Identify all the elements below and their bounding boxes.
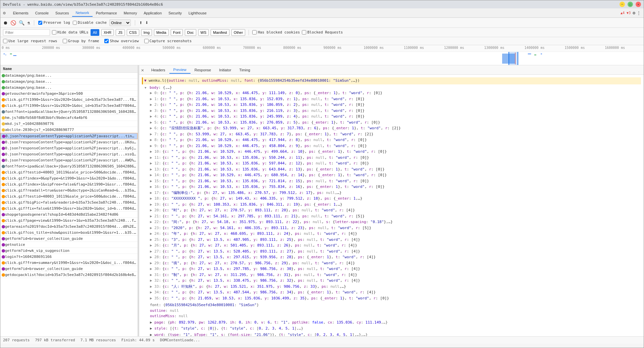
list-item[interactable]: shopgetgoodsgeneral?shopId=6483d4d8d15ab… [0,212,138,218]
filter-manifest[interactable]: Manifest [211,29,229,36]
filter-doc[interactable]: Doc [185,29,196,36]
filter-icon[interactable]: ⚗ [27,20,30,25]
list-item[interactable]: 0.json?responseContentType=application%2… [0,157,138,163]
list-item[interactable]: getareainfo2019?docId=b35a73c5ee3a87c240… [0,224,138,230]
gif-icon [2,171,5,174]
tab-preview[interactable]: Preview [169,66,191,74]
tab-response[interactable]: Response [191,67,215,73]
filter-xhr[interactable]: XHR [101,29,114,36]
capture-screenshots-checkbox[interactable] [144,39,149,43]
search-icon[interactable]: 🔍 [19,20,24,25]
show-overview-label[interactable]: Show overview [104,39,139,43]
filter-all[interactable]: All [91,29,99,36]
overflow-icon[interactable]: ⋮ [637,10,641,15]
entry-row: ▶ 5: {c: " ", p: {h: 21.06, w: 10.53, x:… [150,120,641,126]
list-item[interactable]: click.gif?t1990=1&ssr=1&v2020=1&doc_id=b… [0,103,138,109]
list-item[interactable]: dataimage/png;base... [0,79,138,85]
filter-other[interactable]: Other [231,29,246,36]
blocked-requests-checkbox[interactable] [302,30,306,34]
list-item[interactable]: click.gif?testid=40003_10119&sale_price=… [0,194,138,200]
list-item[interactable]: mkd.js?_=1604288690776 [0,121,138,127]
list-item[interactable]: click.gif?bigPic=false&readerid=b35a73c5… [0,200,138,206]
clear-icon[interactable]: 🚫 [10,20,16,25]
import-icon[interactable]: ⬆ [139,19,143,26]
list-item[interactable]: click.gif?index=1&vipFree=false&flag=2&t… [0,182,138,188]
list-item[interactable]: click.gif?index=0&opType=&t1990=1&ssr=1&… [0,176,138,182]
list-item[interactable]: getform?id=browser_collection_guide [0,236,138,242]
group-by-frame-checkbox[interactable] [63,39,67,43]
settings-icon-right[interactable]: ⚙ [633,10,635,15]
list-item[interactable]: getdocpacklist?docid=b35a73c5ee3a87c2402… [0,272,138,278]
reqlist-body[interactable]: dataimage/png;base... dataimage/png;base… [0,73,138,336]
filter-font[interactable]: Font [171,29,183,36]
tab-network[interactable]: Network [72,9,92,17]
list-item[interactable]: dataimage/png;base... [0,85,138,91]
preview-body: body: {,…} ▶ 0: {c: " ", p: {h: 21.06, w… [145,85,641,337]
throttle-select[interactable]: Online Offline Slow 3G Fast 3G [109,19,131,26]
group-by-frame-label[interactable]: Group by frame [63,39,99,43]
use-large-rows-checkbox[interactable] [3,39,7,43]
list-item[interactable]: 0.json?responseContentType=application%2… [0,151,138,157]
filter-css[interactable]: CSS [127,29,139,36]
blocked-cookies-checkbox[interactable] [252,30,257,34]
preserve-log-label[interactable]: Preserve log [38,20,70,25]
list-item[interactable]: click.gif?readall=true&user=0&doctype=2&… [0,188,138,194]
list-item[interactable]: hm.js?d8bfb560f8d03bbfc9bdecafc4a4bf6 [0,115,138,121]
preserve-log-checkbox[interactable] [38,21,42,25]
tab-console[interactable]: Console [32,10,52,16]
list-item[interactable]: abclite-2030<js?_=1604288690777 [0,127,138,133]
list-item[interactable]: click.gif?fix=false&t1990=1&ssr=1&v2020=… [0,206,138,212]
disable-cache-checkbox[interactable] [73,21,77,25]
tab-lighthouse[interactable]: Lighthouse [185,10,210,16]
blocked-requests-label[interactable]: Blocked Requests [302,30,343,34]
maximize-button[interactable]: □ [628,2,633,7]
list-item[interactable]: font?font=ipad&callback=jQuery3510587132… [0,109,138,115]
tab-application[interactable]: Application [140,10,165,16]
list-item[interactable]: click.gif?from=summary&t1990=1&ssr=1&v20… [0,260,138,266]
close-details-button[interactable]: ✕ [139,67,146,73]
request-name: getform?id=wk_vip_suggesction [5,249,136,253]
list-item[interactable]: click.gif?testid=40003_10119&sale_price=… [0,169,138,176]
export-icon[interactable]: ⬇ [145,19,149,26]
list-item[interactable]: click.gif?t1990=1&ssr=1&v2020=1&doc_id=b… [0,97,138,103]
tab-security[interactable]: Security [165,10,185,16]
xhr-icon [2,159,5,162]
list-item[interactable]: getform?id=wk_vip_suggesction [0,248,138,254]
body-node[interactable]: body: {,…} [145,85,641,91]
tab-elements[interactable]: Elements [10,10,32,16]
list-item[interactable]: login?t=1604288691166 [0,254,138,260]
filter-media[interactable]: Media [154,29,169,36]
settings-icon[interactable]: ⚙ [3,10,6,15]
list-item-selected[interactable]: 0.json?responseContentType=application%2… [0,133,138,139]
show-overview-checkbox[interactable] [104,39,109,43]
disable-cache-label[interactable]: Disable cache [73,20,107,25]
list-item[interactable]: getnotice [0,242,138,248]
list-item[interactable]: 0.json?responseContentType=application%2… [0,139,138,145]
record-icon[interactable]: ⏺ [3,20,8,25]
tab-timing[interactable]: Timing [235,67,254,73]
tab-performance[interactable]: Performance [93,10,120,16]
list-item[interactable]: dataimage/png;base... [0,73,138,79]
filter-js[interactable]: JS [116,29,125,36]
minimize-button[interactable]: ─ [620,2,625,7]
tab-headers[interactable]: Headers [147,67,169,73]
tab-sources[interactable]: Sources [52,10,72,16]
close-button[interactable]: ✕ [636,2,641,7]
list-item[interactable]: 0.json?responseContentType=application%2… [0,145,138,151]
tab-initiator[interactable]: Initiator [215,67,235,73]
gif-icon [2,201,5,204]
blocked-cookies-label[interactable]: Has blocked cookies [252,30,300,34]
hide-data-urls-checkbox[interactable] [52,30,56,34]
list-item[interactable]: click.gif?cos_title=show&position=box&t1… [0,230,138,236]
filter-input[interactable] [3,29,50,36]
filter-img[interactable]: Img [141,29,152,36]
use-large-rows-label[interactable]: Use large request rows [3,39,57,43]
hide-data-urls-label[interactable]: Hide data URLs [52,30,89,34]
list-item[interactable]: getform?id=browser_collection_guide [0,266,138,272]
list-item[interactable]: font?font=ipad&callback=jQuery3510587132… [0,163,138,169]
list-item[interactable]: getvoucherdrawinfo?page=3&price=500 [0,91,138,97]
list-item[interactable]: click.gif?page=view&t1990=1&ssr=1&v=b35a… [0,218,138,224]
tab-memory[interactable]: Memory [120,10,141,16]
capture-screenshots-label[interactable]: Capture screenshots [144,39,192,43]
filter-ws[interactable]: WS [198,29,209,36]
